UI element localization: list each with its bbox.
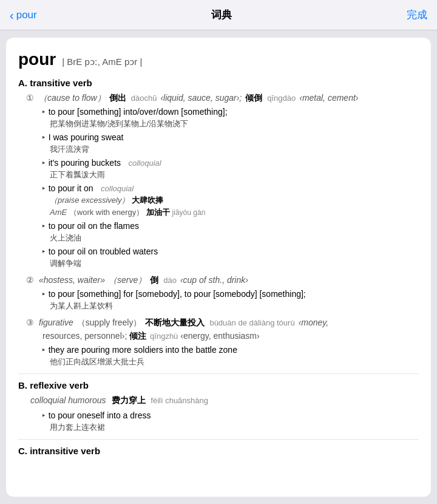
section-B-examples: ‣ to pour oneself into a dress 用力套上连衣裙 (41, 410, 419, 433)
sense-num-3: ③ (24, 318, 35, 327)
sense-3: ③ figurative （supply freely） 不断地大量投入 bùd… (24, 318, 419, 367)
example-item: ‣ to pour it on colloquial (41, 183, 419, 194)
pronunciation: | BrE pɔː, AmE pɔr | (62, 56, 142, 67)
sense-3-examples: ‣ they are pouring more soldiers into th… (41, 344, 419, 367)
sense-1-header: ① （cause to flow） 倒出 dàochū ‹liquid, sau… (24, 93, 419, 104)
sense-gloss-1: （cause to flow） (39, 93, 106, 104)
chevron-left-icon: ‹ (10, 9, 14, 21)
done-button[interactable]: 完成 (407, 8, 427, 22)
example-item: ‣ it's pouring buckets colloquial (41, 157, 419, 168)
sense-num-1: ① (24, 93, 35, 103)
sense-B: colloquial humorous 费力穿上 fèilì chuānshàn… (24, 395, 419, 433)
example-item: ‣ to pour [something] into/over/down [so… (41, 106, 419, 117)
example-item: ‣ to pour [something] for [somebody], to… (41, 288, 419, 299)
sense-3-header: ③ figurative （supply freely） 不断地大量投入 bùd… (24, 318, 419, 329)
section-B: B. reflexive verb colloquial humorous 费力… (18, 380, 419, 433)
example-item: ‣ to pour oneself into a dress (41, 410, 419, 421)
sense-1: ① （cause to flow） 倒出 dàochū ‹liquid, sau… (24, 93, 419, 269)
section-A: A. transitive verb ① （cause to flow） 倒出 … (18, 78, 419, 367)
section-A-label: A. transitive verb (18, 78, 419, 88)
nav-bar: ‹ pour 词典 完成 (0, 0, 437, 30)
example-item: ‣ to pour oil on troubled waters (41, 246, 419, 257)
nav-title: 词典 (211, 8, 232, 22)
back-label: pour (16, 9, 37, 21)
section-C: C. intransitive verb (18, 446, 419, 456)
sense-2-header: ② «hostess, waiter» （serve） 倒 dào ‹cup o… (24, 275, 419, 286)
sense-1-examples: ‣ to pour [something] into/over/down [so… (41, 106, 419, 269)
example-item: ‣ I was pouring sweat (41, 132, 419, 143)
headword: pour (18, 50, 56, 69)
dictionary-card: pour | BrE pɔː, AmE pɔr | A. transitive … (6, 38, 431, 497)
back-button[interactable]: ‹ pour (10, 9, 37, 21)
word-header: pour | BrE pɔː, AmE pɔr | (18, 50, 419, 69)
example-item: ‣ they are pouring more soldiers into th… (41, 344, 419, 355)
example-item: ‣ to pour oil on the flames (41, 220, 419, 231)
sense-2: ② «hostess, waiter» （serve） 倒 dào ‹cup o… (24, 275, 419, 312)
section-C-label: C. intransitive verb (18, 446, 419, 456)
sense-2-examples: ‣ to pour [something] for [somebody], to… (41, 288, 419, 312)
sense-num-2: ② (24, 275, 35, 285)
divider-BC (18, 439, 419, 440)
divider-AB (18, 373, 419, 374)
section-B-label: B. reflexive verb (18, 380, 419, 390)
